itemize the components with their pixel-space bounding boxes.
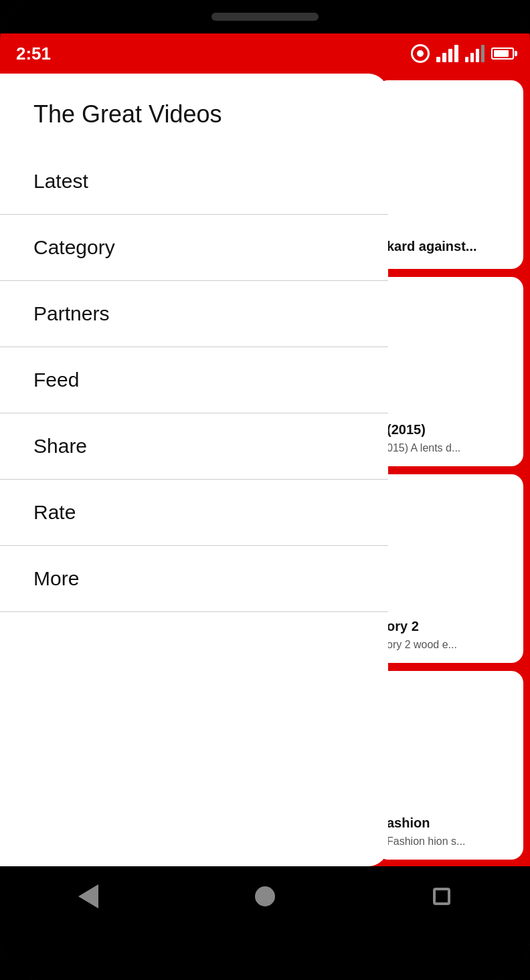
signal-bar-1	[465, 57, 468, 62]
menu-item-latest[interactable]: Latest	[0, 149, 388, 215]
bg-card-2-desc: ory 2 wood e...	[387, 638, 513, 652]
bg-card-0: kard against...	[376, 80, 523, 269]
bg-card-1: (2015) 015) A lents d...	[376, 277, 523, 466]
status-icons	[411, 44, 514, 63]
nav-back-button[interactable]	[68, 876, 108, 916]
bg-card-3-desc: Fashion hion s...	[387, 835, 513, 849]
speaker	[211, 13, 319, 21]
status-bar: 2:51	[0, 33, 530, 74]
back-icon	[78, 884, 98, 908]
menu-item-rate[interactable]: Rate	[0, 480, 388, 546]
drawer-menu: Latest Category Partners Feed Share Rate…	[0, 149, 388, 846]
bg-card-1-desc: 015) A lents d...	[387, 442, 513, 456]
main-content: kard against... (2015) 015) A lents d...…	[0, 74, 530, 866]
bg-card-3-title: ashion	[387, 815, 513, 831]
menu-item-category[interactable]: Category	[0, 215, 388, 281]
signal-icon	[465, 45, 484, 62]
bg-card-1-title: (2015)	[387, 422, 513, 437]
wifi-icon	[436, 45, 458, 62]
wifi-bar-3	[448, 49, 452, 62]
menu-item-more[interactable]: More	[0, 546, 388, 612]
signal-bar-3	[476, 49, 479, 62]
signal-bar-4	[481, 45, 484, 62]
wifi-bar-1	[436, 57, 440, 62]
menu-item-partners[interactable]: Partners	[0, 281, 388, 347]
wifi-bar-4	[454, 45, 458, 62]
drawer-title: The Great Videos	[0, 94, 388, 149]
bottom-physical-bar	[0, 926, 530, 980]
nav-home-button[interactable]	[245, 876, 285, 916]
top-bar	[0, 0, 530, 33]
wifi-bar-2	[442, 53, 446, 62]
bg-card-3: ashion Fashion hion s...	[376, 671, 523, 860]
signal-bar-2	[470, 53, 474, 62]
battery-fill	[494, 50, 509, 57]
app-status-icon	[411, 44, 430, 63]
phone-frame: 2:51	[0, 0, 530, 980]
menu-item-share[interactable]: Share	[0, 413, 388, 480]
menu-item-feed[interactable]: Feed	[0, 347, 388, 413]
status-time: 2:51	[16, 43, 51, 64]
nav-recents-button[interactable]	[422, 876, 462, 916]
bg-cards-container: kard against... (2015) 015) A lents d...…	[369, 74, 530, 866]
home-icon	[255, 886, 275, 906]
battery-icon	[491, 47, 514, 60]
bg-card-2-title: ory 2	[387, 619, 513, 634]
navigation-drawer: The Great Videos Latest Category Partner…	[0, 74, 388, 866]
recents-icon	[433, 888, 450, 905]
bg-card-0-title: kard against...	[387, 239, 513, 254]
bottom-nav	[0, 866, 530, 926]
bg-card-2: ory 2 ory 2 wood e...	[376, 474, 523, 663]
